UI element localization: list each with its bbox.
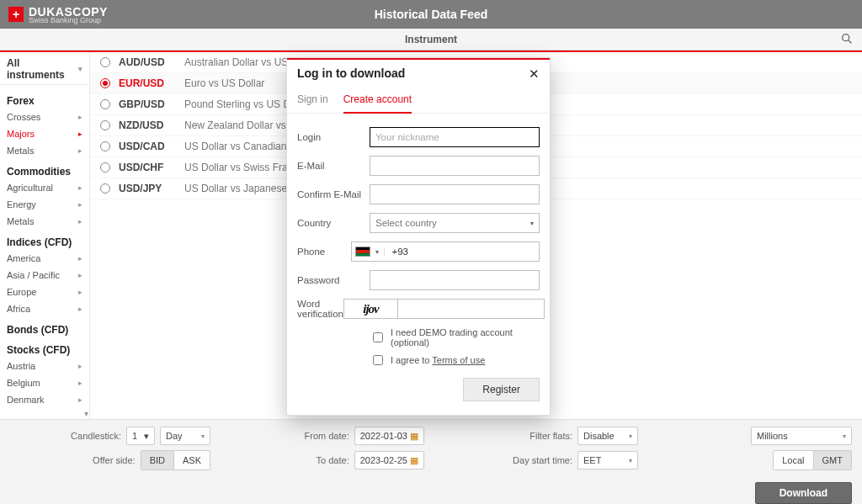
terms-text: I agree to Terms of use xyxy=(391,355,485,365)
chevron-right-icon: ▸ xyxy=(78,217,82,225)
sidebar-item[interactable]: Denmark▸ xyxy=(0,391,89,408)
sidebar-item[interactable]: Agricultural▸ xyxy=(0,179,89,196)
password-label: Password xyxy=(297,275,370,285)
captcha-input[interactable] xyxy=(397,299,545,319)
sidebar-group-header[interactable]: Forex xyxy=(0,88,89,109)
brand-subtitle: Swiss Banking Group xyxy=(29,16,108,24)
sidebar-item[interactable]: Energy▸ xyxy=(0,196,89,213)
radio-icon[interactable] xyxy=(100,183,110,194)
tab-sign-in[interactable]: Sign in xyxy=(297,88,328,113)
to-date-input[interactable]: 2023-02-25▦ xyxy=(354,451,424,470)
sidebar-item-label: Asia / Pacific xyxy=(7,270,60,280)
timezone-segmented: Local GMT xyxy=(773,450,852,470)
header-bar: + DUKASCOPY Swiss Banking Group Historic… xyxy=(0,0,862,29)
day-start-label: Day start time: xyxy=(513,455,572,465)
phone-country-caret[interactable]: ▾ xyxy=(370,248,385,256)
filter-flats-label: Filter flats: xyxy=(529,431,572,441)
chevron-right-icon: ▸ xyxy=(78,113,82,121)
chevron-right-icon: ▸ xyxy=(78,362,82,370)
sidebar-item[interactable]: Belgium▸ xyxy=(0,374,89,391)
chevron-right-icon: ▸ xyxy=(78,379,82,387)
sidebar-group-header[interactable]: Stocks (CFD) xyxy=(0,337,89,358)
instrument-description: US Dollar vs Swiss Franc xyxy=(184,162,298,173)
password-input[interactable] xyxy=(370,270,540,290)
instrument-symbol: USD/CAD xyxy=(119,141,184,152)
day-start-select[interactable]: EET▾ xyxy=(577,451,638,470)
modal-tabs: Sign in Create account xyxy=(287,88,550,114)
calendar-icon[interactable]: ▦ xyxy=(410,431,418,442)
register-button[interactable]: Register xyxy=(463,378,540,401)
filter-flats-select[interactable]: Disable▾ xyxy=(577,427,638,445)
download-button[interactable]: Download xyxy=(755,482,852,504)
close-icon[interactable]: ✕ xyxy=(529,67,540,80)
svg-point-0 xyxy=(843,34,849,41)
sub-header: Instrument xyxy=(0,29,862,50)
chevron-right-icon: ▸ xyxy=(78,305,82,313)
chevron-down-icon: ▾ xyxy=(78,65,82,73)
sidebar-item[interactable]: America▸ xyxy=(0,250,89,267)
instrument-symbol: AUD/USD xyxy=(119,56,184,68)
sidebar-group-header[interactable]: Indices (CFD) xyxy=(0,230,89,250)
radio-icon[interactable] xyxy=(100,141,110,151)
subheader-label: Instrument xyxy=(405,34,457,45)
logo-cross-icon: + xyxy=(8,7,24,22)
settings-toolbar: Candlestick: 1▾ Day▾ From date: 2022-01-… xyxy=(0,419,862,477)
caret-down-icon: ▾ xyxy=(144,431,149,442)
radio-icon[interactable] xyxy=(100,120,110,130)
demo-account-checkbox[interactable] xyxy=(373,332,383,342)
confirm-email-input[interactable] xyxy=(370,184,540,204)
calendar-icon[interactable]: ▦ xyxy=(410,455,418,466)
chevron-right-icon: ▸ xyxy=(78,288,82,296)
sidebar-group-header[interactable]: Commodities xyxy=(0,159,89,179)
radio-icon[interactable] xyxy=(100,99,110,109)
sidebar-group-header[interactable]: Bonds (CFD) xyxy=(0,317,89,337)
terms-link[interactable]: Terms of use xyxy=(432,355,485,365)
sidebar-item[interactable]: Africa▸ xyxy=(0,300,89,317)
volume-unit-select[interactable]: Millions▾ xyxy=(751,427,852,445)
candlestick-unit-select[interactable]: Day▾ xyxy=(160,427,210,445)
login-input[interactable] xyxy=(370,127,540,147)
flag-icon[interactable] xyxy=(355,247,370,257)
offer-bid-button[interactable]: BID xyxy=(141,451,173,470)
sidebar-item[interactable]: Asia / Pacific▸ xyxy=(0,267,89,284)
sidebar-item[interactable]: Europe▸ xyxy=(0,284,89,300)
demo-account-label: I need DEMO trading account (optional) xyxy=(391,327,540,347)
login-modal: Log in to download ✕ Sign in Create acco… xyxy=(286,57,551,416)
sidebar-all-label: All instruments xyxy=(7,57,78,81)
sidebar-scroll-handle[interactable]: ▾ xyxy=(82,409,90,417)
offer-ask-button[interactable]: ASK xyxy=(173,451,210,470)
from-date-input[interactable]: 2022-01-03▦ xyxy=(354,427,424,445)
country-placeholder: Select country xyxy=(375,218,437,228)
country-select[interactable]: Select country ▾ xyxy=(370,213,540,233)
candlestick-number-select[interactable]: 1▾ xyxy=(126,427,155,445)
sidebar-item-label: Belgium xyxy=(7,378,40,388)
sidebar-item[interactable]: Metals▸ xyxy=(0,142,89,159)
sidebar-item-label: Austria xyxy=(7,361,35,371)
sidebar-all-instruments[interactable]: All instruments ▾ xyxy=(0,52,89,85)
sidebar-item[interactable]: Majors▸ xyxy=(0,125,89,142)
download-bar: Download xyxy=(0,477,862,504)
email-label: E-Mail xyxy=(297,161,370,171)
sidebar-item[interactable]: Metals▸ xyxy=(0,213,89,230)
sidebar-item-label: Europe xyxy=(7,287,36,297)
sidebar-item[interactable]: Austria▸ xyxy=(0,358,89,374)
phone-input[interactable] xyxy=(408,242,539,261)
offer-side-segmented: BID ASK xyxy=(141,450,210,470)
phone-input-group: ▾ +93 xyxy=(351,241,540,262)
sidebar-item-label: Agricultural xyxy=(7,183,53,193)
tz-local-button[interactable]: Local xyxy=(774,451,812,470)
radio-icon[interactable] xyxy=(100,162,110,172)
search-icon[interactable] xyxy=(840,32,854,48)
radio-icon[interactable] xyxy=(100,78,110,88)
radio-icon[interactable] xyxy=(100,57,110,67)
tz-gmt-button[interactable]: GMT xyxy=(813,451,851,470)
email-input[interactable] xyxy=(370,156,540,176)
sidebar-item[interactable]: Crosses▸ xyxy=(0,109,89,125)
terms-checkbox[interactable] xyxy=(373,355,383,365)
sidebar-item-label: Metals xyxy=(7,216,34,226)
instrument-symbol: GBP/USD xyxy=(119,98,184,110)
tab-create-account[interactable]: Create account xyxy=(343,88,412,114)
chevron-right-icon: ▸ xyxy=(78,183,82,192)
sidebar-item-label: America xyxy=(7,253,40,263)
caret-down-icon: ▾ xyxy=(629,457,632,464)
